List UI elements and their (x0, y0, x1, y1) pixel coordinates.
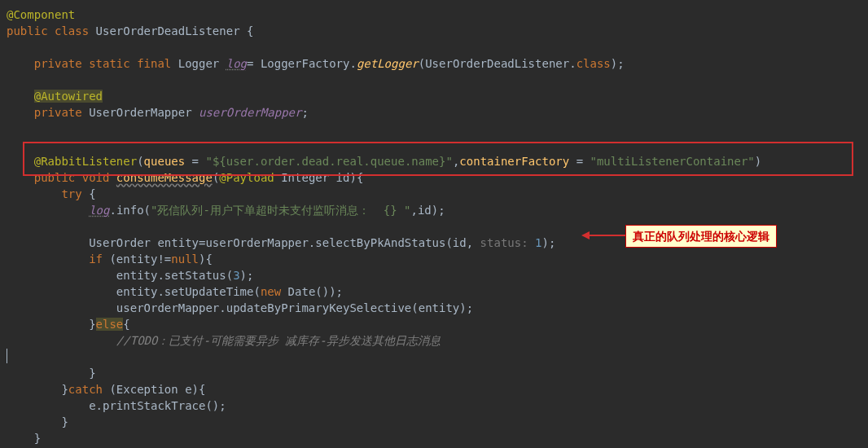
code-line: public class UserOrderDeadListener { (7, 23, 868, 39)
code-line: userOrderMapper.updateByPrimaryKeySelect… (7, 300, 868, 316)
code-line (7, 72, 868, 88)
code-line: }catch (Exception e){ (7, 381, 868, 397)
code-line: } (7, 414, 868, 430)
code-line (7, 349, 868, 365)
code-line: public void consumeMessage(@Payload Inte… (7, 169, 868, 186)
code-line: try { (7, 186, 868, 202)
code-line: } (7, 430, 868, 446)
annotation: @Component (7, 8, 75, 21)
todo-comment: //TODO：已支付-可能需要异步 减库存-异步发送其他日志消息 (7, 334, 441, 347)
code-line: log.info("死信队列-用户下单超时未支付监听消息： {} ",id); (7, 202, 868, 218)
code-line (7, 121, 868, 137)
inline-hint: status: (480, 236, 535, 249)
code-line: @RabbitListener(queues = "${user.order.d… (7, 153, 868, 169)
annotation-callout: 真正的队列处理的核心逻辑 (625, 225, 777, 248)
code-line: entity.setUpdateTime(new Date()); (7, 283, 868, 300)
code-line: e.printStackTrace(); (7, 397, 868, 414)
code-line: //TODO：已支付-可能需要异步 减库存-异步发送其他日志消息 (7, 332, 868, 349)
code-line: entity.setStatus(3); (7, 267, 868, 283)
code-line: private static final Logger log= LoggerF… (7, 55, 868, 72)
code-line (7, 137, 868, 153)
code-line: if (entity!=null){ (7, 251, 868, 267)
code-line: @Autowired (7, 88, 868, 104)
code-line (7, 39, 868, 55)
code-line: }else{ (7, 316, 868, 332)
code-line: private UserOrderMapper userOrderMapper; (7, 104, 868, 121)
code-line: } (7, 365, 868, 381)
code-line: @Component (7, 7, 868, 23)
text-caret (7, 349, 7, 363)
